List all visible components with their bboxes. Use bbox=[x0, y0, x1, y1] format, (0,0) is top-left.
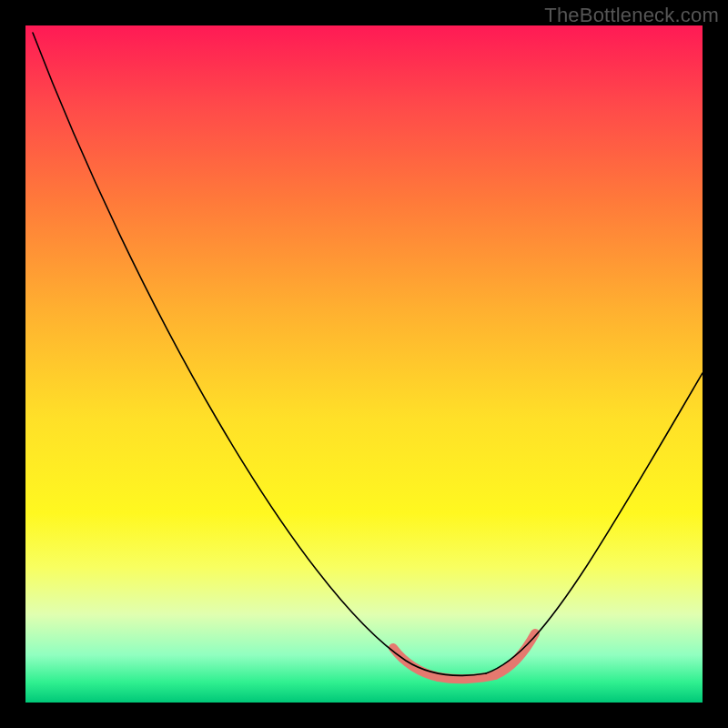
bottleneck-curve-ascending bbox=[486, 373, 703, 673]
optimal-zone-highlight-right bbox=[495, 633, 535, 675]
bottleneck-curve-svg bbox=[25, 25, 703, 703]
watermark-text: TheBottleneck.com bbox=[544, 4, 719, 27]
chart-plot-area bbox=[25, 25, 703, 703]
bottleneck-curve-descending bbox=[33, 33, 486, 675]
